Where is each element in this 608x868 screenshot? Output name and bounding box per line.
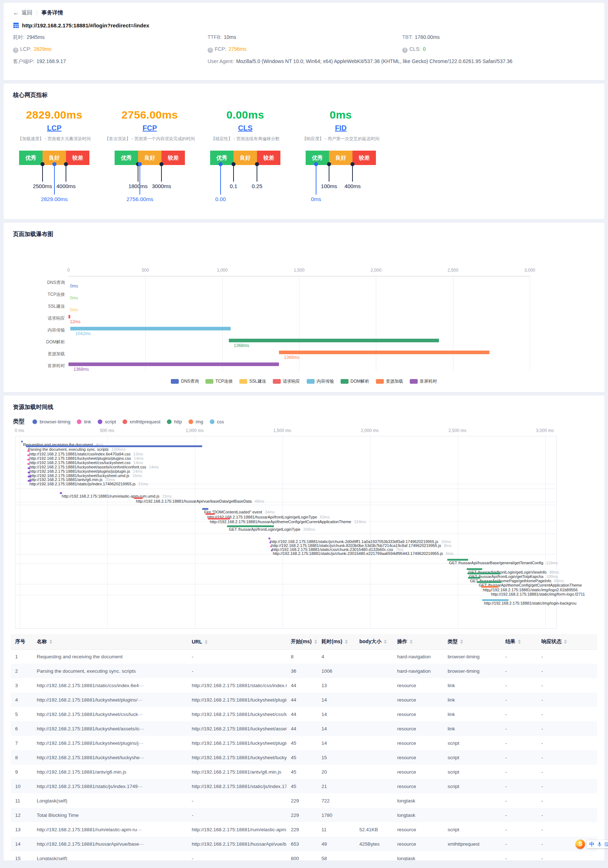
table-cell: browser-timing bbox=[443, 649, 501, 664]
type-legend-img[interactable]: img bbox=[189, 419, 203, 425]
table-cell: http://192.168.2.175:18881/static/js/ind… bbox=[33, 779, 188, 794]
legend-item-DNS查询[interactable]: DNS查询 bbox=[171, 378, 199, 384]
table-cell: link bbox=[443, 721, 501, 736]
vital-link-CLS[interactable]: CLS bbox=[238, 124, 253, 132]
table-cell: - bbox=[537, 750, 597, 764]
vital-link-FID[interactable]: FID bbox=[335, 124, 346, 132]
legend-item-资源加载[interactable]: 资源加载 bbox=[376, 378, 403, 384]
legend-item-首屏耗时[interactable]: 首屏耗时 bbox=[410, 378, 437, 384]
table-cell: http://192.168.2.175:18881/luckysheet/lu… bbox=[33, 750, 188, 764]
table-cell: - bbox=[501, 736, 537, 750]
keyboard-icon[interactable] bbox=[605, 842, 608, 846]
sort-icon[interactable] bbox=[314, 640, 317, 644]
table-cell: - bbox=[501, 750, 537, 764]
table-cell: - bbox=[537, 664, 597, 678]
table-cell: - bbox=[188, 808, 287, 822]
legend-item-DOM解析[interactable]: DOM解析 bbox=[341, 378, 369, 384]
table-cell: 8 bbox=[11, 750, 33, 764]
type-legend-script[interactable]: script bbox=[98, 419, 116, 425]
table-cell: 6 bbox=[11, 721, 33, 736]
help-icon[interactable]: ? bbox=[402, 48, 408, 53]
table-cell: 1 bbox=[11, 649, 33, 664]
table-cell: resource bbox=[393, 764, 443, 779]
waterfall-bar-请求响应[interactable] bbox=[68, 315, 70, 319]
mic-icon[interactable] bbox=[597, 842, 602, 847]
gauge-segment: 较差 bbox=[352, 150, 376, 165]
table-header-响应状态[interactable]: 响应状态 bbox=[537, 634, 597, 649]
table-header-body大小[interactable]: body大小 bbox=[355, 634, 393, 649]
vital-link-LCP[interactable]: LCP bbox=[47, 124, 62, 132]
entry-duration: 69ms bbox=[554, 579, 564, 583]
waterfall-value-label: 0ms bbox=[70, 307, 78, 312]
table-header-类型[interactable]: 类型 bbox=[443, 634, 501, 649]
vital-link-FCP[interactable]: FCP bbox=[143, 124, 157, 132]
waterfall-bar-资源加载[interactable] bbox=[279, 350, 489, 354]
table-cell: 14 bbox=[317, 736, 355, 750]
legend-item-内容传输[interactable]: 内容传输 bbox=[307, 378, 334, 384]
sort-icon[interactable] bbox=[564, 640, 567, 644]
table-header-耗时(ms)[interactable]: 耗时(ms) bbox=[317, 634, 355, 649]
vital-value: 2756.00ms bbox=[102, 109, 197, 121]
legend-item-请求响应[interactable]: 请求响应 bbox=[273, 378, 300, 384]
waterfall-bar-首屏耗时[interactable] bbox=[68, 363, 279, 366]
waterfall-bar-内容传输[interactable] bbox=[70, 327, 231, 330]
type-legend-css[interactable]: css bbox=[210, 419, 224, 425]
legend-item-TCP连接[interactable]: TCP连接 bbox=[205, 378, 233, 384]
timeline-axis-tick: 1,500 ms bbox=[268, 428, 296, 433]
sort-icon[interactable] bbox=[384, 640, 387, 644]
table-header-操作[interactable]: 操作 bbox=[393, 634, 443, 649]
ime-chinese-mode-button[interactable]: 中 bbox=[589, 842, 594, 847]
sort-icon[interactable] bbox=[410, 640, 413, 644]
metric-duration: 耗时:2945ms bbox=[13, 34, 208, 41]
table-cell: Longtask(self) bbox=[33, 851, 188, 860]
sort-icon[interactable] bbox=[205, 640, 208, 644]
table-cell: 20 bbox=[317, 764, 355, 779]
table-header-序号: 序号 bbox=[11, 634, 33, 649]
table-cell: 229 bbox=[287, 794, 317, 808]
entry-duration: 119ms bbox=[546, 561, 558, 565]
table-cell: 14 bbox=[317, 721, 355, 736]
table-cell: - bbox=[537, 678, 597, 693]
table-cell: resource bbox=[393, 693, 443, 707]
x-axis-tick: 1,000 bbox=[217, 268, 228, 273]
sort-icon[interactable] bbox=[345, 640, 348, 644]
table-cell: 4 bbox=[317, 649, 355, 664]
sort-icon[interactable] bbox=[460, 640, 463, 644]
help-icon[interactable]: ? bbox=[13, 48, 19, 53]
table-cell: - bbox=[188, 851, 287, 860]
sogou-ime-logo[interactable]: S bbox=[575, 840, 585, 849]
table-cell: http://192.168.2.175:18881/luckysheet/lu… bbox=[188, 750, 287, 764]
table-cell: - bbox=[501, 779, 537, 794]
type-legend-xmlhttprequest[interactable]: xmlhttprequest bbox=[123, 419, 160, 425]
entry-duration: 21ms bbox=[138, 482, 148, 486]
table-cell: 229 bbox=[287, 808, 317, 822]
table-cell: 4 bbox=[11, 693, 33, 707]
table-header-结果[interactable]: 结果 bbox=[501, 634, 537, 649]
table-cell: - bbox=[501, 707, 537, 721]
table-cell: - bbox=[537, 794, 597, 808]
metric-lcp: ?LCP:2829ms bbox=[13, 46, 208, 53]
table-cell: link bbox=[443, 693, 501, 707]
table-header-URL[interactable]: URL bbox=[188, 634, 287, 649]
sort-icon[interactable] bbox=[518, 640, 521, 644]
table-cell: 11 bbox=[317, 822, 355, 837]
table-header-开始(ms)[interactable]: 开始(ms) bbox=[287, 634, 317, 649]
vital-value: 0ms bbox=[293, 109, 389, 121]
type-legend-browser-timing[interactable]: browser-timing bbox=[33, 419, 70, 425]
table-row: 6http://192.168.2.175:18881/luckysheet/a… bbox=[11, 721, 597, 736]
table-row: 8http://192.168.2.175:18881/luckysheet/l… bbox=[11, 750, 597, 764]
sort-icon[interactable] bbox=[50, 640, 52, 644]
table-header-名称[interactable]: 名称 bbox=[33, 634, 188, 649]
type-legend-link[interactable]: link bbox=[77, 419, 91, 425]
type-legend-http[interactable]: http bbox=[167, 419, 182, 425]
legend-item-SSL建连[interactable]: SSL建连 bbox=[239, 378, 266, 384]
table-cell: - bbox=[501, 649, 537, 664]
help-icon[interactable]: ? bbox=[208, 48, 213, 53]
waterfall-card: 页面加载瀑布图 05001,0001,5002,0002,5003,000DNS… bbox=[4, 223, 604, 392]
table-cell: http://192.168.2.175:18881/hussarApi/vue… bbox=[188, 837, 287, 851]
back-button[interactable]: ← 返回 bbox=[13, 9, 33, 16]
waterfall-bar-DOM解析[interactable] bbox=[229, 339, 439, 342]
table-cell: 45 bbox=[287, 750, 317, 764]
vital-description: 【加载速度】 - 页面最大元素渲染时间 bbox=[6, 136, 102, 142]
table-cell: - bbox=[537, 707, 597, 721]
